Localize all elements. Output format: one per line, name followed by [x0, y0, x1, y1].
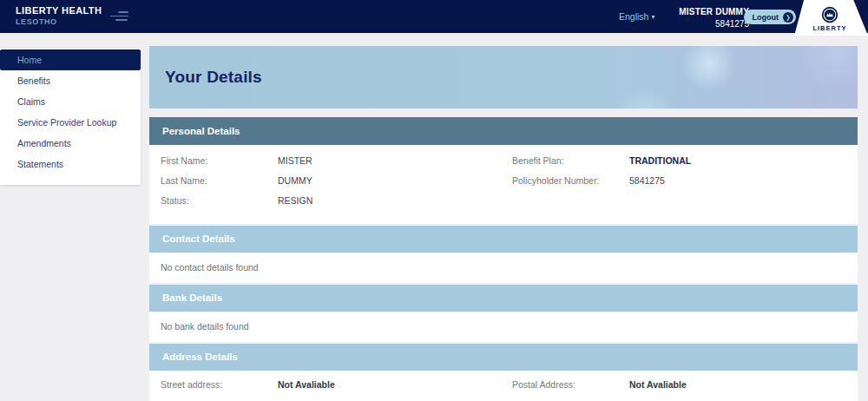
field-label: Status:	[161, 195, 278, 207]
chevron-down-icon: ▾	[651, 13, 654, 21]
field-label: First Name:	[161, 155, 278, 167]
brand: LIBERTY HEALTH LESOTHO	[16, 5, 102, 26]
field-label: Policyholder Number:	[512, 175, 629, 187]
logout-label: Logout	[753, 13, 779, 22]
sidebar-item-home[interactable]: Home	[0, 49, 141, 70]
field-last-name: Last Name: DUMMY	[161, 175, 512, 187]
brand-title: LIBERTY HEALTH	[16, 5, 102, 16]
personal-details-left-column: First Name: MISTER Last Name: DUMMY Stat…	[161, 155, 512, 207]
field-label: Benefit Plan:	[512, 155, 629, 167]
top-nav: LIBERTY HEALTH LESOTHO English▾ MISTER D…	[0, 0, 868, 33]
field-value: MISTER	[278, 155, 312, 167]
field-value: DUMMY	[278, 175, 312, 187]
personal-details-body: First Name: MISTER Last Name: DUMMY Stat…	[149, 145, 858, 224]
hamburger-menu-icon[interactable]	[110, 11, 129, 22]
user-number: 5841275	[679, 19, 749, 29]
address-details-right-column: Postal Address: Not Avaliable Country: L…	[512, 379, 845, 401]
main-content: Your Details Personal Details First Name…	[149, 46, 858, 401]
language-dropdown[interactable]: English▾	[619, 11, 654, 22]
language-label: English	[619, 11, 648, 22]
field-label: Postal Address:	[512, 379, 629, 391]
sidebar-item-service-provider-lookup[interactable]: Service Provider Lookup	[0, 112, 141, 133]
field-value: RESIGN	[278, 195, 312, 207]
sidebar-item-statements[interactable]: Statements	[0, 154, 141, 174]
liberty-logo-badge[interactable]: LIBERTY	[792, 0, 868, 36]
field-street-address: Street address: Not Avaliable	[161, 379, 512, 391]
page-title: Your Details	[165, 68, 262, 87]
field-value: Not Avaliable	[629, 379, 687, 391]
address-details-body: Street address: Not Avaliable Country: L…	[149, 371, 858, 401]
sidebar-item-claims[interactable]: Claims	[0, 91, 141, 112]
field-label: Last Name:	[161, 175, 278, 187]
field-policyholder-number: Policyholder Number: 5841275	[512, 175, 845, 187]
liberty-logo-text: LIBERTY	[812, 24, 846, 32]
page-title-banner: Your Details	[149, 46, 858, 108]
field-benefit-plan: Benefit Plan: TRADITIONAL	[512, 155, 845, 167]
field-postal-address: Postal Address: Not Avaliable	[512, 379, 845, 391]
liberty-emblem-icon	[821, 6, 838, 23]
personal-details-header: Personal Details	[149, 117, 858, 145]
contact-details-header: Contact Details	[149, 226, 858, 253]
field-label: Street address:	[161, 379, 278, 391]
sidebar: Home Benefits Claims Service Provider Lo…	[0, 48, 141, 185]
field-value: Not Avaliable	[278, 379, 335, 391]
field-first-name: First Name: MISTER	[161, 155, 512, 167]
arrow-right-icon: ❯	[783, 12, 793, 23]
user-info: MISTER DUMMY 5841275	[679, 7, 749, 29]
logout-button[interactable]: Logout ❯	[744, 10, 797, 24]
address-details-left-column: Street address: Not Avaliable Country: L…	[161, 379, 512, 401]
brand-subtitle: LESOTHO	[16, 17, 102, 26]
address-details-header: Address Details	[149, 344, 858, 371]
sidebar-item-amendments[interactable]: Amendments	[0, 133, 141, 154]
field-value: 5841275	[629, 175, 665, 187]
contact-details-empty-message: No contact details found	[149, 253, 858, 283]
sidebar-item-benefits[interactable]: Benefits	[0, 70, 141, 91]
bank-details-header: Bank Details	[149, 285, 858, 312]
personal-details-right-column: Benefit Plan: TRADITIONAL Policyholder N…	[512, 155, 845, 207]
user-name: MISTER DUMMY	[679, 7, 749, 16]
bank-details-empty-message: No bank details found	[149, 312, 858, 342]
field-status: Status: RESIGN	[161, 195, 512, 207]
field-value: TRADITIONAL	[629, 155, 691, 167]
